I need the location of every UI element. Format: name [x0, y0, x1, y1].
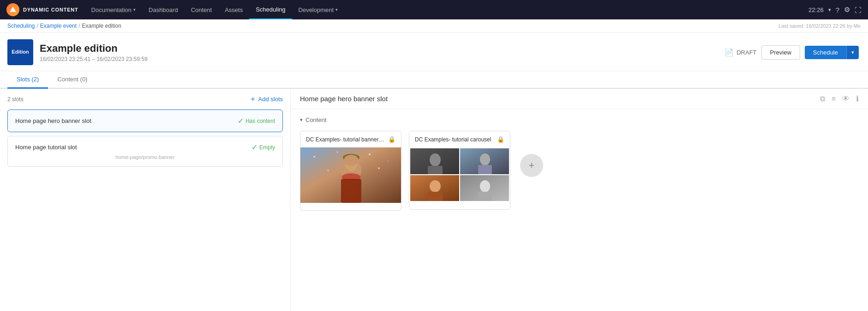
- tab-slots[interactable]: Slots (2): [7, 71, 48, 89]
- nav-item-documentation[interactable]: Documentation ▾: [85, 0, 142, 19]
- breadcrumb-event[interactable]: Example event: [40, 23, 77, 29]
- slot-card-header: Home page tutorial slot ✓ Empty: [15, 143, 275, 152]
- copy-icon[interactable]: ⧉: [820, 95, 825, 103]
- slot-status-has-content: ✓ Has content: [238, 116, 275, 125]
- chevron-down-icon: ▾: [133, 7, 136, 12]
- info-icon[interactable]: ℹ: [856, 94, 859, 103]
- slot-name: Home page tutorial slot: [15, 144, 77, 151]
- schedule-btn-group: Schedule ▾: [805, 46, 859, 59]
- grid-image-2: [460, 148, 509, 174]
- panel-header: Home page hero banner slot ⧉ ≡ 👁 ℹ: [291, 89, 868, 109]
- check-circle-icon: ✓: [238, 116, 244, 125]
- slot-card-tutorial[interactable]: Home page tutorial slot ✓ Empty home-pag…: [7, 136, 283, 167]
- girl-image-svg: [300, 147, 401, 203]
- lock-icon: 🔒: [497, 136, 504, 143]
- breadcrumb-current: Example edition: [82, 23, 121, 29]
- nav-item-scheduling[interactable]: Scheduling: [249, 0, 292, 19]
- left-panel: 2 slots ＋ Add slots Home page hero banne…: [0, 89, 291, 311]
- chevron-down-icon: ▾: [300, 117, 303, 123]
- svg-point-24: [480, 180, 490, 192]
- svg-rect-13: [341, 179, 361, 203]
- help-icon[interactable]: ?: [836, 6, 839, 14]
- svg-point-6: [328, 170, 329, 171]
- content-cards: DC Examples- tutorial banner wint... 🔒: [300, 131, 859, 211]
- grid-image-4: [460, 175, 509, 201]
- check-circle-icon: ✓: [251, 143, 257, 152]
- nav-item-content[interactable]: Content: [185, 0, 219, 19]
- slot-status-empty: ✓ Empty: [251, 143, 275, 152]
- edition-left: Edition Example edition 16/02/2023 23:25…: [7, 39, 148, 65]
- add-content-button[interactable]: +: [520, 154, 543, 177]
- grid-image-1: [410, 148, 459, 174]
- nav-item-assets[interactable]: Assets: [218, 0, 249, 19]
- tab-content[interactable]: Content (0): [48, 71, 96, 89]
- slot-card-header: Home page hero banner slot ✓ Has content: [15, 116, 275, 125]
- breadcrumb-sep: /: [78, 23, 80, 29]
- expand-icon[interactable]: ⛶: [855, 6, 862, 14]
- edition-badge: Edition: [7, 39, 33, 65]
- list-icon[interactable]: ≡: [832, 95, 836, 103]
- card-image-single: [300, 147, 401, 203]
- right-panel: Home page hero banner slot ⧉ ≡ 👁 ℹ ▾ Con…: [291, 89, 868, 311]
- card-image-grid: [409, 147, 510, 202]
- breadcrumb: Scheduling / Example event / Example edi…: [7, 23, 121, 29]
- plus-icon: ＋: [249, 94, 257, 104]
- last-saved: Last saved: 16/02/2023 22:26 by Me: [778, 23, 861, 29]
- svg-point-7: [378, 167, 380, 169]
- top-nav: DYNAMIC CONTENT Documentation ▾ Dashboar…: [0, 0, 868, 19]
- panel-actions: ⧉ ≡ 👁 ℹ: [820, 94, 859, 103]
- schedule-button[interactable]: Schedule: [805, 46, 846, 59]
- card-header: DC Examples- tutorial carousel 🔒: [409, 131, 510, 147]
- svg-point-2: [313, 156, 315, 158]
- add-content-area: +: [518, 154, 545, 177]
- eye-icon[interactable]: 👁: [842, 95, 850, 103]
- chevron-down-icon: ▾: [335, 7, 338, 12]
- nav-item-dashboard[interactable]: Dashboard: [142, 0, 185, 19]
- status-label: Empty: [259, 144, 275, 151]
- svg-point-3: [337, 152, 338, 153]
- svg-point-11: [344, 155, 359, 166]
- gear-icon[interactable]: ⚙: [844, 6, 850, 14]
- edition-header: Edition Example edition 16/02/2023 23:25…: [0, 33, 868, 71]
- svg-rect-19: [478, 165, 492, 174]
- svg-point-18: [480, 153, 490, 165]
- slots-header: 2 slots ＋ Add slots: [0, 89, 290, 110]
- svg-point-21: [430, 180, 441, 192]
- card-title: DC Examples- tutorial banner wint...: [306, 136, 384, 143]
- edition-dates: 16/02/2023 23:25:41 – 16/02/2023 23:59:5…: [40, 56, 148, 62]
- svg-point-5: [388, 161, 389, 162]
- draft-icon: 📄: [724, 48, 734, 57]
- edition-title: Example edition: [40, 43, 148, 55]
- logo-text: DYNAMIC CONTENT: [23, 7, 78, 12]
- status-label: Has content: [245, 118, 275, 124]
- nav-item-development[interactable]: Development ▾: [292, 0, 345, 19]
- logo-svg: [9, 6, 17, 14]
- lock-icon: 🔒: [388, 136, 395, 143]
- preview-button[interactable]: Preview: [761, 45, 800, 60]
- grid-image-3: [410, 175, 459, 201]
- breadcrumb-bar: Scheduling / Example event / Example edi…: [0, 19, 868, 33]
- edition-info: Example edition 16/02/2023 23:25:41 – 16…: [40, 43, 148, 62]
- add-slots-button[interactable]: ＋ Add slots: [249, 94, 283, 104]
- content-card-carousel[interactable]: DC Examples- tutorial carousel 🔒: [409, 131, 510, 210]
- main-content: 2 slots ＋ Add slots Home page hero banne…: [0, 89, 868, 311]
- logo-icon: [6, 3, 19, 16]
- chevron-down-icon[interactable]: ▾: [828, 7, 831, 13]
- svg-rect-25: [478, 192, 492, 201]
- nav-items: Documentation ▾ Dashboard Content Assets…: [85, 0, 809, 19]
- breadcrumb-scheduling[interactable]: Scheduling: [7, 23, 35, 29]
- slot-path: home-page/promo-banner: [15, 154, 275, 160]
- logo-area: DYNAMIC CONTENT: [0, 3, 85, 16]
- slot-card-hero[interactable]: Home page hero banner slot ✓ Has content: [7, 110, 283, 132]
- schedule-more-button[interactable]: ▾: [846, 46, 859, 59]
- nav-right: 22:26 ▾ ? ⚙ ⛶: [808, 6, 868, 14]
- svg-marker-0: [10, 6, 16, 12]
- draft-label: 📄 DRAFT: [724, 48, 756, 57]
- slot-detail-title: Home page hero banner slot: [300, 95, 388, 103]
- edition-actions: 📄 DRAFT Preview Schedule ▾: [724, 45, 859, 60]
- content-card-banner[interactable]: DC Examples- tutorial banner wint... 🔒: [300, 131, 401, 211]
- svg-rect-22: [428, 192, 443, 201]
- slots-count: 2 slots: [7, 96, 24, 103]
- slot-name: Home page hero banner slot: [15, 117, 91, 124]
- content-section-header[interactable]: ▾ Content: [300, 116, 859, 123]
